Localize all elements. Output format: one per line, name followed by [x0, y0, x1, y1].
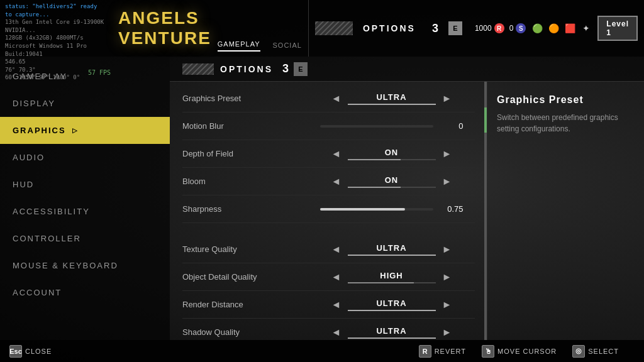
value-bar-fill-shadow [348, 337, 436, 339]
logo-text: ANGELS VENTURE [118, 8, 211, 48]
top-bar: status: "helldivers2" ready to capture..… [0, 0, 644, 57]
sidebar-item-controller[interactable]: CONTROLLER [0, 225, 170, 252]
nav-tab-social[interactable]: SOCIAL [273, 41, 302, 52]
icon-4: ✦ [580, 22, 592, 35]
cpu-info: 13th Gen Intel Core i9-13900K [5, 18, 107, 26]
action-revert: R REVERT [419, 345, 466, 358]
setting-label-dof: Depth of Field [182, 149, 308, 158]
setting-control-preset: ◄ ULTRA ► [308, 92, 475, 105]
setting-render-distance: Render Distance ◄ ULTRA ► [182, 291, 475, 319]
bottom-bar: Esc CLOSE R REVERT 🖱 MOVE CURSOR ◎ SELEC… [0, 340, 644, 362]
setting-label-bloom: Bloom [182, 177, 308, 186]
sidebar-item-audio[interactable]: AUDIO [0, 144, 170, 171]
action-cursor: 🖱 MOVE CURSOR [482, 345, 557, 358]
currency-r-icon: R [494, 23, 504, 33]
options-number: 3 [432, 22, 438, 35]
setting-object-detail: Object Detail Quality ◄ HIGH ► [182, 263, 475, 291]
setting-control-texture: ◄ ULTRA ► [308, 243, 475, 256]
desc-text: Switch between predefined graphics setti… [497, 112, 635, 134]
settings-scroll[interactable]: Graphics Preset ◄ ULTRA ► Motion Blur 0 [170, 82, 484, 340]
key-esc: Esc [9, 345, 22, 358]
arrow-right-preset[interactable]: ► [441, 93, 453, 104]
arrow-left-shadow[interactable]: ◄ [330, 327, 343, 338]
arrow-left-render-dist[interactable]: ◄ [330, 299, 343, 310]
arrow-left-bloom[interactable]: ◄ [330, 176, 343, 187]
content-hatch [182, 63, 214, 75]
setting-control-motion-blur: 0 [308, 121, 475, 131]
value-display-dof: ON [348, 148, 436, 160]
nav-tab-gameplay[interactable]: GAMEPLAY [218, 40, 260, 52]
value-text-shadow: ULTRA [348, 326, 436, 336]
action-close: Esc CLOSE [9, 345, 52, 358]
driver-info: 546.65 [5, 58, 107, 66]
arrow-right-object-detail[interactable]: ► [441, 272, 453, 283]
value-display-texture: ULTRA [348, 243, 436, 256]
label-close: CLOSE [25, 348, 52, 355]
arrow-left-object-detail[interactable]: ◄ [330, 272, 343, 283]
gpu-info: NVIDIA... [5, 26, 107, 35]
setting-label-object-detail: Object Detail Quality [182, 272, 308, 282]
game-logo: ANGELS VENTURE [112, 0, 211, 57]
level-badge: Level 1 [597, 16, 638, 41]
value-bar-bloom [348, 187, 436, 188]
sidebar: GAMEPLAY DISPLAY GRAPHICS ▷ AUDIO HUD AC… [0, 57, 170, 340]
os-info: Microsoft Windows 11 Pro Build:19041 [5, 42, 107, 58]
value-text-object-detail: HIGH [348, 271, 436, 280]
setting-motion-blur: Motion Blur 0 [182, 112, 475, 140]
description-panel: Graphics Preset Switch between predefine… [487, 82, 644, 340]
fps-display: 57 FPS [88, 69, 111, 76]
setting-sharpness: Sharpness 0.75 [182, 195, 475, 223]
currency-amount: 1000 [475, 24, 492, 33]
value-bar-fill-bloom [348, 187, 401, 188]
sidebar-item-accessibility[interactable]: ACCESSIBILITY [0, 198, 170, 225]
sidebar-item-hud[interactable]: HUD [0, 171, 170, 198]
sidebar-item-graphics[interactable]: GRAPHICS ▷ [0, 117, 170, 144]
value-text-render-dist: ULTRA [348, 299, 436, 308]
value-bar-preset [348, 104, 436, 105]
sys-info: status: "helldivers2" ready to capture..… [0, 0, 112, 57]
icon-1: 🟢 [531, 22, 543, 35]
slider-motion-blur[interactable] [320, 125, 433, 128]
options-icon: E [448, 21, 462, 35]
options-e-icon: E [294, 62, 308, 76]
arrow-right-render-dist[interactable]: ► [441, 299, 453, 310]
arrow-right-bloom[interactable]: ► [441, 176, 453, 187]
currency-display-2: 0 S [509, 23, 526, 33]
action-select: ◎ SELECT [572, 345, 619, 358]
sidebar-item-mouse[interactable]: MOUSE & KEYBOARD [0, 252, 170, 279]
slider-fill-sharpness [320, 208, 405, 211]
sidebar-label-controller: CONTROLLER [13, 234, 81, 243]
value-bar-fill-object-detail [348, 282, 414, 283]
setting-depth-of-field: Depth of Field ◄ ON ► [182, 140, 475, 168]
arrow-left-dof[interactable]: ◄ [330, 148, 343, 160]
setting-texture-quality: Texture Quality ◄ ULTRA ► [182, 236, 475, 263]
slider-sharpness[interactable] [320, 208, 433, 211]
arrow-right-shadow[interactable]: ► [441, 327, 453, 338]
top-nav: GAMEPLAY SOCIAL [211, 0, 308, 57]
sidebar-label-audio: AUDIO [13, 153, 45, 162]
arrow-left-texture[interactable]: ◄ [330, 244, 343, 255]
setting-control-bloom: ◄ ON ► [308, 175, 475, 188]
value-bar-fill-texture [348, 255, 436, 256]
top-icons: 🟢 🟠 🟥 ✦ [531, 22, 592, 35]
sidebar-label-mouse: MOUSE & KEYBOARD [13, 261, 118, 270]
setting-label-texture: Texture Quality [182, 244, 308, 254]
sidebar-item-account[interactable]: ACCOUNT [0, 279, 170, 306]
value-text-texture: ULTRA [348, 243, 436, 253]
setting-control-dof: ◄ ON ► [308, 148, 475, 160]
value-display-preset: ULTRA [348, 92, 436, 105]
sidebar-item-display[interactable]: DISPLAY [0, 90, 170, 117]
currency-amount-2: 0 [509, 24, 514, 33]
sidebar-label-account: ACCOUNT [13, 288, 62, 297]
value-bar-texture [348, 255, 436, 256]
arrow-right-texture[interactable]: ► [441, 244, 453, 255]
options-title: OPTIONS [363, 23, 416, 33]
arrow-left-preset[interactable]: ◄ [330, 93, 343, 104]
setting-label-shadow: Shadow Quality [182, 327, 308, 337]
currency-s-icon: S [516, 23, 526, 33]
value-bar-render-dist [348, 310, 436, 311]
value-bar-dof [348, 159, 436, 160]
icon-2: 🟠 [547, 22, 560, 35]
icon-3: 🟥 [564, 22, 576, 35]
arrow-right-dof[interactable]: ► [441, 148, 453, 160]
